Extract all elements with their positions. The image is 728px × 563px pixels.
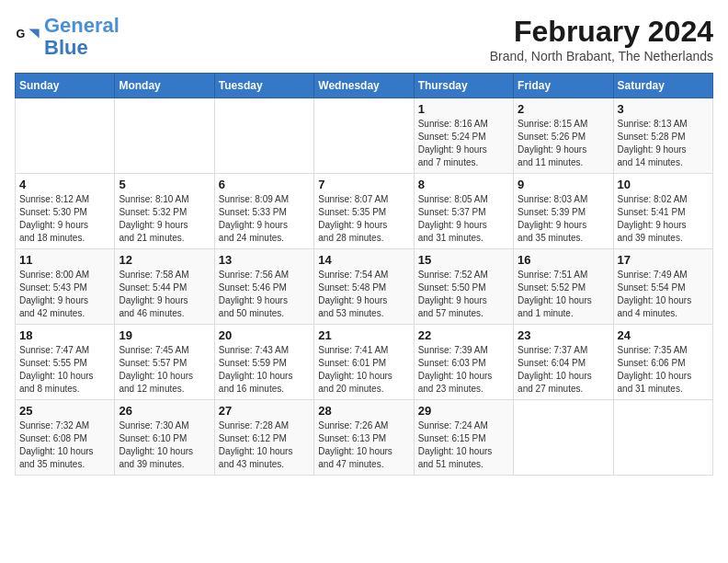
day-number: 9 bbox=[518, 178, 609, 191]
day-number: 26 bbox=[119, 404, 210, 418]
day-info: Sunrise: 7:24 AM Sunset: 6:15 PM Dayligh… bbox=[418, 419, 509, 471]
day-number: 1 bbox=[418, 102, 509, 116]
calendar-cell: 11Sunrise: 8:00 AM Sunset: 5:43 PM Dayli… bbox=[16, 249, 115, 325]
calendar-cell: 12Sunrise: 7:58 AM Sunset: 5:44 PM Dayli… bbox=[115, 249, 214, 325]
svg-text:G: G bbox=[16, 29, 25, 41]
day-number: 12 bbox=[119, 253, 210, 267]
day-info: Sunrise: 7:39 AM Sunset: 6:03 PM Dayligh… bbox=[418, 344, 509, 396]
day-info: Sunrise: 8:02 AM Sunset: 5:41 PM Dayligh… bbox=[618, 193, 709, 245]
calendar-week-row: 18Sunrise: 7:47 AM Sunset: 5:55 PM Dayli… bbox=[16, 325, 713, 400]
calendar-title: February 2024 bbox=[490, 15, 713, 49]
day-number: 15 bbox=[418, 253, 509, 267]
weekday-header-row: SundayMondayTuesdayWednesdayThursdayFrid… bbox=[16, 74, 713, 98]
calendar-table: SundayMondayTuesdayWednesdayThursdayFrid… bbox=[15, 73, 713, 476]
calendar-cell: 13Sunrise: 7:56 AM Sunset: 5:46 PM Dayli… bbox=[214, 249, 313, 325]
calendar-cell bbox=[115, 98, 214, 174]
day-info: Sunrise: 7:47 AM Sunset: 5:55 PM Dayligh… bbox=[19, 344, 110, 396]
calendar-week-row: 4Sunrise: 8:12 AM Sunset: 5:30 PM Daylig… bbox=[16, 174, 713, 249]
calendar-cell: 27Sunrise: 7:28 AM Sunset: 6:12 PM Dayli… bbox=[214, 400, 313, 476]
calendar-cell bbox=[613, 400, 712, 476]
calendar-cell: 29Sunrise: 7:24 AM Sunset: 6:15 PM Dayli… bbox=[414, 400, 513, 476]
day-info: Sunrise: 8:12 AM Sunset: 5:30 PM Dayligh… bbox=[19, 193, 110, 245]
day-info: Sunrise: 7:28 AM Sunset: 6:12 PM Dayligh… bbox=[219, 419, 310, 471]
weekday-header: Tuesday bbox=[214, 74, 313, 98]
day-info: Sunrise: 7:26 AM Sunset: 6:13 PM Dayligh… bbox=[318, 419, 409, 471]
logo-line2: Blue bbox=[44, 36, 88, 59]
day-number: 21 bbox=[318, 328, 409, 342]
weekday-header: Monday bbox=[115, 74, 214, 98]
day-number: 24 bbox=[618, 328, 709, 342]
calendar-cell: 2Sunrise: 8:15 AM Sunset: 5:26 PM Daylig… bbox=[514, 98, 613, 174]
day-info: Sunrise: 7:35 AM Sunset: 6:06 PM Dayligh… bbox=[618, 344, 709, 396]
page-header: G General Blue February 2024 Brand, Nort… bbox=[15, 15, 713, 63]
calendar-cell: 25Sunrise: 7:32 AM Sunset: 6:08 PM Dayli… bbox=[16, 400, 115, 476]
day-number: 19 bbox=[119, 328, 210, 342]
day-number: 11 bbox=[19, 253, 110, 267]
day-info: Sunrise: 8:05 AM Sunset: 5:37 PM Dayligh… bbox=[418, 193, 509, 245]
calendar-cell: 6Sunrise: 8:09 AM Sunset: 5:33 PM Daylig… bbox=[214, 174, 313, 249]
calendar-cell: 21Sunrise: 7:41 AM Sunset: 6:01 PM Dayli… bbox=[314, 325, 414, 400]
day-number: 7 bbox=[318, 178, 409, 191]
day-info: Sunrise: 8:07 AM Sunset: 5:35 PM Dayligh… bbox=[318, 193, 409, 245]
calendar-week-row: 1Sunrise: 8:16 AM Sunset: 5:24 PM Daylig… bbox=[16, 98, 713, 174]
day-info: Sunrise: 7:45 AM Sunset: 5:57 PM Dayligh… bbox=[119, 344, 210, 396]
day-info: Sunrise: 7:54 AM Sunset: 5:48 PM Dayligh… bbox=[318, 269, 409, 320]
calendar-cell: 28Sunrise: 7:26 AM Sunset: 6:13 PM Dayli… bbox=[314, 400, 414, 476]
calendar-cell: 18Sunrise: 7:47 AM Sunset: 5:55 PM Dayli… bbox=[16, 325, 115, 400]
calendar-cell: 1Sunrise: 8:16 AM Sunset: 5:24 PM Daylig… bbox=[414, 98, 513, 174]
day-info: Sunrise: 7:58 AM Sunset: 5:44 PM Dayligh… bbox=[119, 269, 210, 320]
day-info: Sunrise: 7:51 AM Sunset: 5:52 PM Dayligh… bbox=[518, 269, 609, 320]
calendar-cell: 5Sunrise: 8:10 AM Sunset: 5:32 PM Daylig… bbox=[115, 174, 214, 249]
calendar-cell: 3Sunrise: 8:13 AM Sunset: 5:28 PM Daylig… bbox=[613, 98, 712, 174]
day-number: 10 bbox=[618, 178, 709, 191]
day-number: 22 bbox=[418, 328, 509, 342]
day-info: Sunrise: 7:37 AM Sunset: 6:04 PM Dayligh… bbox=[518, 344, 609, 396]
day-info: Sunrise: 7:41 AM Sunset: 6:01 PM Dayligh… bbox=[318, 344, 409, 396]
logo-line1: General bbox=[44, 14, 119, 37]
day-number: 29 bbox=[418, 404, 509, 418]
weekday-header: Wednesday bbox=[314, 74, 414, 98]
day-number: 28 bbox=[318, 404, 409, 418]
day-number: 27 bbox=[219, 404, 310, 418]
day-info: Sunrise: 7:43 AM Sunset: 5:59 PM Dayligh… bbox=[219, 344, 310, 396]
svg-marker-1 bbox=[28, 29, 39, 39]
day-number: 25 bbox=[19, 404, 110, 418]
logo: G General Blue bbox=[15, 15, 119, 59]
day-number: 17 bbox=[618, 253, 709, 267]
weekday-header: Saturday bbox=[613, 74, 712, 98]
day-info: Sunrise: 8:03 AM Sunset: 5:39 PM Dayligh… bbox=[518, 193, 609, 245]
day-info: Sunrise: 7:30 AM Sunset: 6:10 PM Dayligh… bbox=[119, 419, 210, 471]
calendar-cell bbox=[514, 400, 613, 476]
day-number: 23 bbox=[518, 328, 609, 342]
calendar-cell: 7Sunrise: 8:07 AM Sunset: 5:35 PM Daylig… bbox=[314, 174, 414, 249]
calendar-cell: 16Sunrise: 7:51 AM Sunset: 5:52 PM Dayli… bbox=[514, 249, 613, 325]
day-number: 3 bbox=[618, 102, 709, 116]
day-number: 4 bbox=[19, 178, 110, 191]
day-info: Sunrise: 8:15 AM Sunset: 5:26 PM Dayligh… bbox=[518, 118, 609, 169]
day-number: 18 bbox=[19, 328, 110, 342]
day-info: Sunrise: 7:32 AM Sunset: 6:08 PM Dayligh… bbox=[19, 419, 110, 471]
calendar-cell: 9Sunrise: 8:03 AM Sunset: 5:39 PM Daylig… bbox=[514, 174, 613, 249]
calendar-week-row: 11Sunrise: 8:00 AM Sunset: 5:43 PM Dayli… bbox=[16, 249, 713, 325]
calendar-cell: 26Sunrise: 7:30 AM Sunset: 6:10 PM Dayli… bbox=[115, 400, 214, 476]
day-info: Sunrise: 8:00 AM Sunset: 5:43 PM Dayligh… bbox=[19, 269, 110, 320]
calendar-week-row: 25Sunrise: 7:32 AM Sunset: 6:08 PM Dayli… bbox=[16, 400, 713, 476]
day-info: Sunrise: 8:10 AM Sunset: 5:32 PM Dayligh… bbox=[119, 193, 210, 245]
day-info: Sunrise: 7:49 AM Sunset: 5:54 PM Dayligh… bbox=[618, 269, 709, 320]
calendar-cell bbox=[16, 98, 115, 174]
calendar-cell: 20Sunrise: 7:43 AM Sunset: 5:59 PM Dayli… bbox=[214, 325, 313, 400]
calendar-cell: 23Sunrise: 7:37 AM Sunset: 6:04 PM Dayli… bbox=[514, 325, 613, 400]
calendar-body: 1Sunrise: 8:16 AM Sunset: 5:24 PM Daylig… bbox=[16, 98, 713, 476]
calendar-cell bbox=[314, 98, 414, 174]
calendar-cell bbox=[214, 98, 313, 174]
calendar-subtitle: Brand, North Brabant, The Netherlands bbox=[490, 49, 713, 63]
day-number: 13 bbox=[219, 253, 310, 267]
day-number: 2 bbox=[518, 102, 609, 116]
day-info: Sunrise: 8:13 AM Sunset: 5:28 PM Dayligh… bbox=[618, 118, 709, 169]
calendar-cell: 10Sunrise: 8:02 AM Sunset: 5:41 PM Dayli… bbox=[613, 174, 712, 249]
calendar-cell: 22Sunrise: 7:39 AM Sunset: 6:03 PM Dayli… bbox=[414, 325, 513, 400]
calendar-cell: 14Sunrise: 7:54 AM Sunset: 5:48 PM Dayli… bbox=[314, 249, 414, 325]
day-number: 16 bbox=[518, 253, 609, 267]
calendar-cell: 19Sunrise: 7:45 AM Sunset: 5:57 PM Dayli… bbox=[115, 325, 214, 400]
day-info: Sunrise: 8:09 AM Sunset: 5:33 PM Dayligh… bbox=[219, 193, 310, 245]
